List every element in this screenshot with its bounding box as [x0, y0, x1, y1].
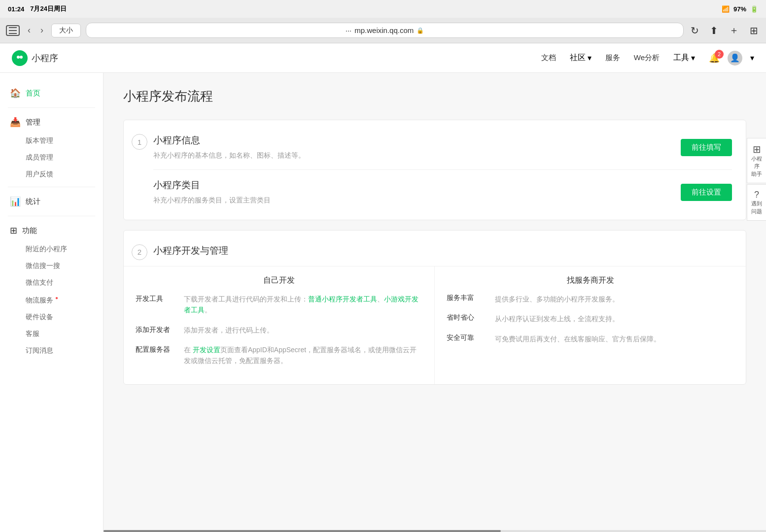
url-text: mp.weixin.qq.com	[354, 26, 414, 34]
wifi-icon: 📶	[722, 5, 730, 13]
sidebar-sub-service[interactable]: 客服	[0, 326, 103, 342]
partner-dev-header: 找服务商开发	[447, 275, 734, 286]
secure-value: 可免费试用后再支付、在线客服响应、官方售后保障。	[495, 333, 734, 344]
qr-label: 小程序助手	[751, 155, 762, 178]
logistics-badge: ●	[55, 295, 58, 300]
nav-docs[interactable]: 文档	[541, 53, 556, 63]
step1-category-desc: 补充小程序的服务类目，设置主营类目	[153, 195, 681, 205]
notification-badge: 2	[715, 50, 724, 59]
self-dev-header: 自己开发	[136, 275, 422, 286]
forward-button[interactable]: ›	[37, 24, 46, 36]
status-bar: 01:24 7月24日周日 📶 97% 🔋	[0, 0, 766, 18]
tabs-button[interactable]: ⊞	[748, 25, 760, 36]
goto-fill-button[interactable]: 前往填写	[681, 139, 732, 156]
time: 01:24	[8, 5, 24, 13]
user-dropdown-icon[interactable]: ▾	[750, 53, 754, 63]
sidebar-sub-search[interactable]: 微信搜一搜	[0, 258, 103, 274]
step1-category-row: 小程序类目 补充小程序的服务类目，设置主营类目 前往设置	[153, 179, 732, 205]
sidebar-sub-version[interactable]: 版本管理	[0, 133, 103, 149]
sidebar-sub-subscribe[interactable]: 订阅消息	[0, 342, 103, 359]
rich-service-label: 服务丰富	[447, 294, 491, 302]
sidebar-item-manage[interactable]: 📥 管理	[0, 112, 103, 133]
svg-rect-1	[9, 30, 17, 31]
share-button[interactable]: ⬆	[708, 25, 720, 36]
notification-button[interactable]: 🔔 2	[709, 53, 720, 64]
sidebar-sub-logistics[interactable]: 物流服务 ●	[0, 291, 103, 309]
config-server-label: 配置服务器	[136, 344, 180, 354]
step1-info: 小程序信息 补充小程序的基本信息，如名称、图标、描述等。	[153, 134, 681, 161]
sidebar-sub-nearby[interactable]: 附近的小程序	[0, 241, 103, 258]
save-time-row: 省时省心 从小程序认证到发布上线，全流程支持。	[447, 313, 734, 324]
dev-tools-value: 下载开发者工具进行代码的开发和上传：普通小程序开发者工具、小游戏开发者工具。	[184, 294, 422, 316]
scroll-thumb	[104, 530, 501, 532]
sidebar-sub-hardware[interactable]: 硬件设备	[0, 309, 103, 326]
help-label: 遇到问题	[751, 200, 762, 215]
content-area: 🏠 首页 📥 管理 版本管理 成员管理 用户反馈 📊 统计 ⊞ 功能	[0, 73, 766, 532]
browser-dots: ···	[346, 26, 352, 34]
normal-dev-link[interactable]: 普通小程序开发者工具	[308, 295, 377, 303]
partner-dev-col: 找服务商开发 服务丰富 提供多行业、多功能的小程序开发服务。 省时省心 从小程序…	[435, 266, 746, 384]
svg-rect-0	[9, 27, 17, 28]
help-icon: ?	[751, 190, 762, 200]
step1-info-desc: 补充小程序的基本信息，如名称、图标、描述等。	[153, 150, 681, 161]
sidebar-item-home[interactable]: 🏠 首页	[0, 83, 103, 103]
top-nav-links: 文档 社区 ▾ 服务 We分析 工具 ▾	[541, 53, 695, 63]
step2-header: 2 小程序开发与管理	[124, 231, 746, 266]
sidebar-divider-2	[8, 187, 95, 187]
sidebar-sub-member[interactable]: 成员管理	[0, 149, 103, 166]
add-dev-value: 添加开发者，进行代码上传。	[184, 325, 422, 335]
page-title: 小程序发布流程	[123, 88, 746, 105]
add-dev-label: 添加开发者	[136, 325, 180, 334]
dev-tools-row: 开发工具 下载开发者工具进行代码的开发和上传：普通小程序开发者工具、小游戏开发者…	[136, 294, 422, 316]
sidebar-sub-feedback[interactable]: 用户反馈	[0, 166, 103, 183]
scroll-bar[interactable]	[104, 530, 766, 532]
dev-settings-link[interactable]: 开发设置	[193, 346, 220, 354]
reload-button[interactable]: ↻	[689, 25, 701, 36]
user-avatar[interactable]: 👤	[728, 51, 742, 66]
secure-label: 安全可靠	[447, 333, 491, 342]
sidebar-sub-pay[interactable]: 微信支付	[0, 274, 103, 291]
new-tab-button[interactable]: ＋	[727, 24, 741, 37]
help-panel-item[interactable]: ? 遇到问题	[747, 184, 766, 221]
logo-area: 小程序	[12, 50, 58, 66]
sidebar-manage-label: 管理	[26, 118, 40, 127]
manage-icon: 📥	[10, 117, 21, 128]
battery-indicator: 97%	[733, 5, 746, 13]
browser-actions: ↻ ⬆ ＋ ⊞	[689, 24, 760, 37]
sidebar-item-features[interactable]: ⊞ 功能	[0, 220, 103, 241]
chevron-down-icon-tools: ▾	[691, 53, 695, 63]
chevron-down-icon: ▾	[588, 53, 592, 63]
nav-tools[interactable]: 工具 ▾	[673, 53, 695, 63]
qr-panel-item[interactable]: ⊞ 小程序助手	[747, 138, 766, 183]
sidebar-toggle-button[interactable]	[6, 25, 20, 36]
stats-icon: 📊	[10, 196, 21, 207]
nav-buttons: ‹ ›	[25, 24, 46, 36]
svg-rect-2	[9, 33, 17, 34]
logo-icon	[12, 50, 28, 66]
nav-analytics[interactable]: We分析	[634, 53, 660, 63]
config-server-row: 配置服务器 在 开发设置页面查看AppID和AppSecret，配置服务器域名，…	[136, 344, 422, 366]
game-dev-link[interactable]: 小游戏开发者工具	[184, 295, 418, 314]
url-bar[interactable]: ··· mp.weixin.qq.com 🔒	[86, 23, 684, 38]
back-button[interactable]: ‹	[25, 24, 34, 36]
logo-text: 小程序	[32, 52, 58, 64]
sidebar-stats-label: 统计	[26, 197, 40, 206]
features-icon: ⊞	[10, 225, 17, 236]
main-wrapper: 小程序 文档 社区 ▾ 服务 We分析 工具 ▾ 🔔 2 👤 ▾	[0, 43, 766, 532]
step1-divider	[153, 169, 732, 170]
sidebar-features-label: 功能	[22, 226, 37, 235]
left-url-label: 大小	[51, 24, 81, 37]
nav-service[interactable]: 服务	[605, 53, 620, 63]
goto-settings-button[interactable]: 前往设置	[681, 184, 732, 201]
browser-bar: ‹ › 大小 ··· mp.weixin.qq.com 🔒 ↻ ⬆ ＋ ⊞	[0, 18, 766, 43]
lock-icon: 🔒	[417, 27, 424, 34]
top-nav: 小程序 文档 社区 ▾ 服务 We分析 工具 ▾ 🔔 2 👤 ▾	[0, 43, 766, 73]
svg-point-4	[20, 56, 23, 59]
config-server-value: 在 开发设置页面查看AppID和AppSecret，配置服务器域名，或使用微信云…	[184, 344, 422, 366]
qr-icon: ⊞	[751, 143, 762, 155]
add-dev-row: 添加开发者 添加开发者，进行代码上传。	[136, 325, 422, 335]
sidebar-item-stats[interactable]: 📊 统计	[0, 191, 103, 212]
step2-title: 小程序开发与管理	[153, 244, 732, 257]
nav-community[interactable]: 社区 ▾	[570, 53, 592, 63]
sidebar-home-label: 首页	[26, 89, 40, 98]
